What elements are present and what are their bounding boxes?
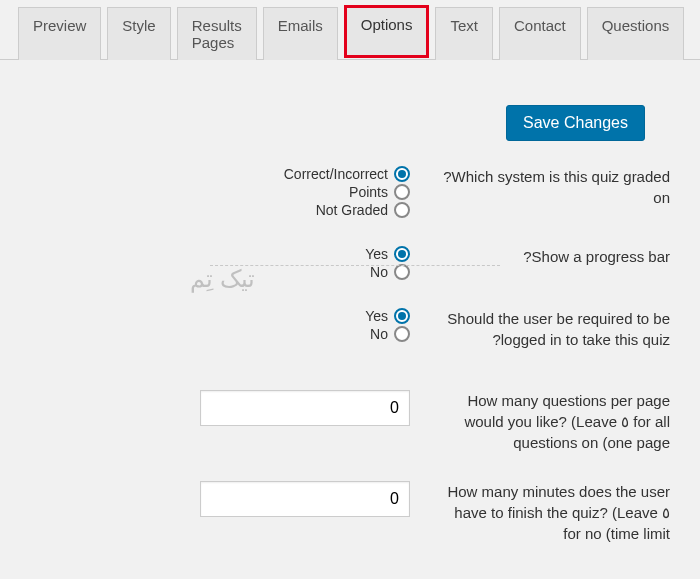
- tab-contact[interactable]: Contact: [499, 7, 581, 60]
- minutes-label: How many minutes does the user have to f…: [440, 481, 670, 544]
- tabs-bar: Preview Style Results Pages Emails Optio…: [0, 0, 700, 60]
- row-login: Yes No Should the user be required to be…: [30, 308, 670, 350]
- tab-preview[interactable]: Preview: [18, 7, 101, 60]
- progress-radio-no-label: No: [370, 264, 388, 280]
- grading-radio-notgraded[interactable]: Not Graded: [316, 202, 410, 218]
- radio-icon: [394, 264, 410, 280]
- row-minutes: How many minutes does the user have to f…: [30, 481, 670, 544]
- row-progress: Yes No ?Show a progress bar: [30, 246, 670, 280]
- tab-results[interactable]: Results Pages: [177, 7, 257, 60]
- grading-radio-notgraded-label: Not Graded: [316, 202, 388, 218]
- grading-radio-points-label: Points: [349, 184, 388, 200]
- grading-label: ?Which system is this quiz graded on: [440, 166, 670, 208]
- progress-radio-group: Yes No: [30, 246, 410, 280]
- tab-questions[interactable]: Questions: [587, 7, 685, 60]
- progress-label: ?Show a progress bar: [440, 246, 670, 267]
- tab-emails[interactable]: Emails: [263, 7, 338, 60]
- minutes-input[interactable]: [200, 481, 410, 517]
- radio-icon: [394, 308, 410, 324]
- row-perpage: How many questions per page would you li…: [30, 390, 670, 453]
- perpage-input[interactable]: [200, 390, 410, 426]
- login-radio-group: Yes No: [30, 308, 410, 342]
- tab-text[interactable]: Text: [435, 7, 493, 60]
- grading-radio-correct-label: Correct/Incorrect: [284, 166, 388, 182]
- progress-radio-yes[interactable]: Yes: [365, 246, 410, 262]
- row-grading: Correct/Incorrect Points Not Graded ?Whi…: [30, 166, 670, 218]
- radio-icon: [394, 166, 410, 182]
- progress-radio-no[interactable]: No: [370, 264, 410, 280]
- login-radio-yes-label: Yes: [365, 308, 388, 324]
- tab-options[interactable]: Options: [344, 5, 430, 58]
- radio-icon: [394, 202, 410, 218]
- tab-style[interactable]: Style: [107, 7, 170, 60]
- login-label: Should the user be required to be ?logge…: [440, 308, 670, 350]
- grading-radio-points[interactable]: Points: [349, 184, 410, 200]
- save-button[interactable]: Save Changes: [506, 105, 645, 141]
- login-radio-no-label: No: [370, 326, 388, 342]
- radio-icon: [394, 326, 410, 342]
- actions-row: Save Changes: [30, 85, 670, 166]
- options-panel: Save Changes Correct/Incorrect Points No…: [0, 60, 700, 579]
- login-radio-yes[interactable]: Yes: [365, 308, 410, 324]
- radio-icon: [394, 184, 410, 200]
- perpage-label: How many questions per page would you li…: [440, 390, 670, 453]
- radio-icon: [394, 246, 410, 262]
- grading-radio-group: Correct/Incorrect Points Not Graded: [30, 166, 410, 218]
- login-radio-no[interactable]: No: [370, 326, 410, 342]
- grading-radio-correct[interactable]: Correct/Incorrect: [284, 166, 410, 182]
- progress-radio-yes-label: Yes: [365, 246, 388, 262]
